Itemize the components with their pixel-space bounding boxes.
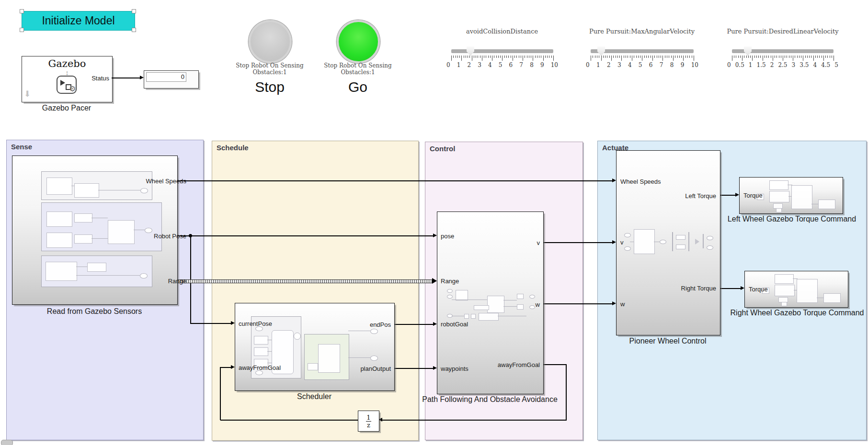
wire-wheel-speeds — [177, 180, 613, 181]
gazebo-title: Gazebo — [22, 58, 112, 69]
wire-arrow — [433, 322, 437, 326]
thumbnail-panel — [304, 334, 349, 380]
go-label: Go — [324, 79, 391, 95]
left-wheel-torque-label: Left Wheel Gazebo Torque Command — [713, 215, 868, 223]
slider-label: Pure Pursuit:DesiredLinearVelocity — [711, 28, 855, 35]
tick-label: 4.5 — [821, 62, 830, 68]
gazebo-pacer-label: Gazebo Pacer — [22, 104, 112, 112]
display-value: 0 — [146, 72, 186, 82]
port-torque: Torque — [749, 286, 787, 293]
scheduler-block[interactable]: currentPose awayFromGoal endPos planOutp… — [235, 303, 395, 391]
wire-arrow — [231, 321, 235, 325]
port-away-from-goal-out: awayFromGoal — [478, 361, 540, 369]
status-display-block[interactable]: 0 — [144, 70, 199, 89]
right-wheel-torque-block[interactable]: Torque — [744, 271, 848, 308]
tick-label: 0 — [446, 62, 450, 68]
thumbnail-panel — [41, 202, 162, 251]
tick-label: 1.5 — [757, 62, 766, 68]
wire-status-arrow — [140, 76, 144, 79]
region-control-label: Control — [430, 145, 455, 153]
selection-handle[interactable] — [20, 28, 24, 32]
selection-handle[interactable] — [132, 28, 136, 32]
tick-label: 7 — [660, 62, 663, 68]
port-range: Range — [114, 278, 186, 285]
tick-label: 2 — [607, 62, 611, 68]
go-lamp-caption: Stop Robot On Sensing Obstacles:1 — [317, 62, 399, 76]
wire-arrow — [612, 240, 616, 244]
slider-label: avoidCollisionDistance — [430, 28, 574, 35]
go-lamp — [337, 20, 380, 63]
tick-label: 10 — [691, 62, 698, 68]
pioneer-wheel-control-block[interactable]: Wheel Speeds v w Left Torque Right Torqu… — [616, 150, 720, 335]
wire-w — [543, 303, 613, 304]
port-left-torque: Left Torque — [654, 192, 716, 200]
port-current-pose: currentPose — [239, 320, 301, 328]
left-wheel-torque-block[interactable]: Torque — [739, 177, 843, 214]
path-following-block[interactable]: pose Range robotGoal waypoints v w awayF… — [437, 211, 544, 394]
port-range-in: Range — [441, 278, 498, 285]
port-end-pos: endPos — [329, 321, 391, 329]
stop-lamp — [249, 20, 292, 63]
slider-thumb[interactable] — [467, 46, 474, 56]
port-wheel-speeds-in: Wheel Speeds — [620, 178, 683, 186]
wire-arrow — [433, 366, 437, 370]
port-torque: Torque — [743, 192, 782, 200]
port-v-out: v — [478, 239, 540, 247]
wire-away-from-goal — [220, 420, 358, 421]
slider-label: Pure Pursuit:MaxAngularVelocity — [570, 28, 714, 35]
slider-ruler — [591, 56, 694, 61]
port-right-torque: Right Torque — [654, 285, 716, 292]
slider-thumb[interactable] — [597, 46, 605, 56]
stop-lamp-caption: Stop Robot On Sensing Obstacles:1 — [229, 62, 310, 76]
read-sensors-label: Read from Gazebo Sensors — [12, 307, 177, 316]
port-w-out: w — [478, 301, 540, 309]
slider-track[interactable] — [591, 49, 694, 53]
tick-label: 1 — [596, 62, 600, 68]
unit-delay-block[interactable]: 1 z — [358, 411, 379, 432]
wire-away-from-goal — [220, 367, 232, 368]
port-w-in: w — [620, 300, 683, 308]
port-robot-goal: robotGoal — [441, 321, 498, 328]
slider-tick-labels: 00.511.522.533.544.55 — [727, 62, 838, 68]
slider-thumb[interactable] — [744, 46, 752, 56]
wire-arrow — [612, 301, 616, 305]
wire-arrow — [612, 178, 616, 182]
tick-label: 8 — [670, 62, 674, 68]
wire-left-torque — [720, 195, 736, 196]
right-wheel-torque-label: Right Wheel Gazebo Torque Command — [718, 309, 868, 317]
wire-arrow — [735, 193, 739, 197]
tick-label: 5 — [499, 62, 503, 68]
selection-handle[interactable] — [20, 9, 24, 13]
region-schedule-label: Schedule — [217, 144, 249, 152]
tick-label: 4 — [813, 62, 817, 68]
wire-end-pos — [394, 324, 434, 325]
gazebo-pacer-block[interactable]: Gazebo ↕ ⚙ Status ⬇ — [22, 56, 113, 102]
pioneer-wheel-control-label: Pioneer Wheel Control — [616, 337, 720, 345]
wire-range-bus — [177, 279, 432, 283]
wire-arrow — [741, 286, 744, 290]
slider-ruler — [451, 56, 554, 61]
wire-arrow — [432, 278, 437, 284]
simulink-canvas: Initialize Model Gazebo ↕ ⚙ Status ⬇ Gaz… — [0, 0, 868, 445]
scheduler-label: Scheduler — [235, 392, 394, 401]
stop-label: Stop — [236, 79, 303, 95]
tick-label: 9 — [681, 62, 685, 68]
tick-label: 0 — [586, 62, 590, 68]
wire-away-from-goal — [566, 364, 567, 420]
tick-label: 3 — [478, 62, 481, 68]
tick-label: 2.5 — [778, 62, 787, 68]
port-plan-output: planOutput — [329, 365, 391, 373]
selection-handle[interactable] — [132, 9, 136, 13]
tick-label: 6 — [509, 62, 513, 68]
slider-track[interactable] — [451, 49, 553, 53]
wire-status — [112, 78, 141, 78]
slider-tick-labels: 012345678910 — [446, 62, 558, 68]
wire-arrow — [433, 234, 437, 237]
tick-label: 4 — [488, 62, 492, 68]
canvas-pill-handle[interactable] — [1, 440, 13, 445]
tick-label: 2 — [770, 62, 774, 68]
initialize-model-button[interactable]: Initialize Model — [22, 11, 135, 31]
read-sensors-block[interactable]: Wheel Speeds Robot Pose Range — [12, 156, 178, 305]
tick-label: 4 — [628, 62, 632, 68]
port-away-from-goal: awayFromGoal — [239, 364, 301, 372]
